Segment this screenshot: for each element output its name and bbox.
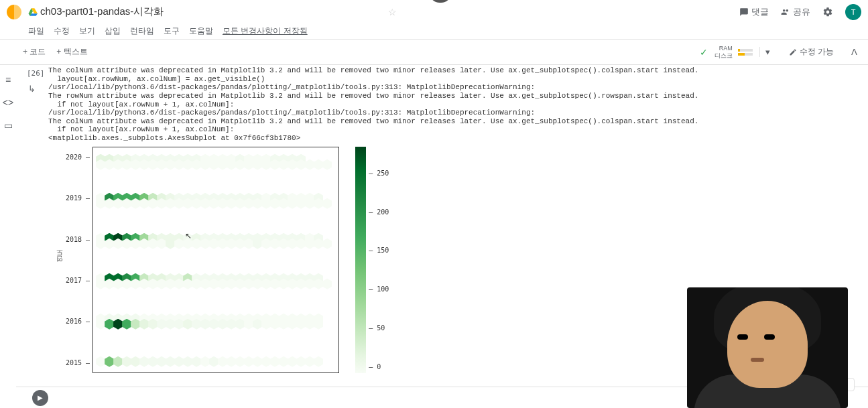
hex-bin bbox=[148, 239, 158, 249]
menu-insert[interactable]: 삽입 bbox=[105, 25, 121, 37]
cell-run-icon[interactable]: ↳ bbox=[28, 84, 36, 94]
hex-bin bbox=[279, 198, 288, 209]
run-button[interactable]: ▶ bbox=[32, 390, 48, 406]
comments-button[interactable]: 댓글 bbox=[739, 6, 769, 18]
hex-bin bbox=[244, 159, 253, 170]
collapse-toolbar[interactable]: ᐱ bbox=[847, 47, 861, 57]
hex-bin bbox=[105, 356, 114, 367]
hex-bin bbox=[209, 198, 219, 209]
hex-bin bbox=[113, 198, 123, 209]
ram-label: RAM bbox=[715, 45, 733, 52]
hex-row bbox=[96, 239, 331, 249]
hex-bin bbox=[296, 159, 306, 170]
cell-number: [26] bbox=[27, 69, 45, 78]
hex-bin bbox=[314, 159, 323, 170]
menu-bar: 파일 수정 보기 삽입 런타임 도구 도움말 모든 변경사항이 저장됨 bbox=[0, 23, 868, 40]
hex-bin bbox=[322, 198, 332, 209]
hex-bin bbox=[96, 198, 105, 209]
hex-bin bbox=[253, 279, 262, 289]
hex-bin bbox=[105, 239, 114, 249]
hex-bin bbox=[314, 239, 323, 249]
hex-bin bbox=[174, 279, 184, 289]
hex-bin bbox=[192, 279, 201, 289]
hex-bin bbox=[244, 198, 253, 209]
hex-bin bbox=[209, 319, 219, 330]
hex-bin bbox=[131, 356, 140, 367]
menu-file[interactable]: 파일 bbox=[28, 25, 44, 37]
drive-icon bbox=[28, 7, 38, 17]
hex-bin bbox=[192, 198, 201, 209]
share-button[interactable]: 공유 bbox=[781, 6, 810, 18]
hex-bin bbox=[227, 356, 236, 367]
files-icon[interactable]: ▭ bbox=[4, 120, 13, 131]
colorbar-tick: – 150 bbox=[369, 247, 389, 254]
hex-bin bbox=[209, 356, 219, 367]
hex-bin bbox=[227, 239, 236, 249]
resource-labels: RAM 디스크 bbox=[715, 45, 735, 60]
pencil-icon bbox=[789, 48, 797, 56]
hex-bin bbox=[227, 319, 236, 330]
webcam-overlay bbox=[687, 287, 848, 408]
hex-bin bbox=[314, 279, 323, 289]
hex-bin bbox=[244, 356, 253, 367]
hex-bin bbox=[235, 279, 245, 289]
add-text-button[interactable]: + 텍스트 bbox=[56, 46, 87, 58]
hex-bin bbox=[296, 319, 306, 330]
colorbar-tick: – 200 bbox=[369, 208, 389, 216]
hex-bin bbox=[305, 239, 314, 249]
notebook-title[interactable]: ch03-part01-pandas-시각화 bbox=[40, 5, 383, 18]
menu-runtime[interactable]: 런타임 bbox=[130, 25, 154, 37]
hex-bin bbox=[166, 159, 175, 170]
hex-bin bbox=[192, 159, 201, 170]
hex-bin bbox=[235, 239, 245, 249]
add-code-button[interactable]: + 코드 bbox=[23, 46, 46, 58]
menu-view[interactable]: 보기 bbox=[79, 25, 95, 37]
hex-bin bbox=[157, 319, 166, 330]
toc-icon[interactable]: ≡ bbox=[5, 74, 11, 85]
edit-mode-button[interactable]: 수정 가능 bbox=[782, 46, 841, 58]
hex-bin bbox=[253, 239, 262, 249]
hex-bin bbox=[244, 239, 253, 249]
share-label: 공유 bbox=[793, 6, 810, 18]
check-icon: ✓ bbox=[700, 47, 708, 58]
hex-bin bbox=[279, 356, 288, 367]
output-text: The colNum attribute was deprecated in M… bbox=[48, 66, 861, 143]
hex-bin bbox=[166, 356, 175, 367]
hex-bin bbox=[105, 159, 114, 170]
hex-bin bbox=[200, 356, 210, 367]
hex-bin bbox=[139, 239, 149, 249]
hex-bin bbox=[148, 159, 158, 170]
hex-bin bbox=[174, 198, 184, 209]
hex-bin bbox=[305, 319, 314, 330]
hex-bin bbox=[122, 239, 131, 249]
code-snippets-icon[interactable]: <> bbox=[3, 97, 13, 108]
resource-dropdown[interactable]: ▾ bbox=[759, 47, 776, 57]
gear-icon[interactable] bbox=[822, 7, 833, 17]
star-icon[interactable]: ☆ bbox=[388, 7, 397, 17]
menu-tools[interactable]: 도구 bbox=[164, 25, 180, 37]
hex-bin bbox=[288, 279, 297, 289]
hex-bin bbox=[296, 279, 306, 289]
resource-bars[interactable] bbox=[738, 49, 753, 56]
menu-edit[interactable]: 수정 bbox=[54, 25, 70, 37]
hex-bin bbox=[261, 239, 271, 249]
hex-bin bbox=[122, 356, 131, 367]
hex-bin bbox=[227, 279, 236, 289]
hex-bin bbox=[322, 239, 332, 249]
avatar[interactable]: T bbox=[845, 4, 861, 20]
hex-row bbox=[96, 319, 322, 330]
colorbar-ticks: – 250– 200– 150– 100– 50– 0 bbox=[366, 147, 389, 373]
colorbar-tick: – 100 bbox=[369, 285, 389, 293]
hex-bin bbox=[166, 319, 175, 330]
hex-bin bbox=[148, 319, 158, 330]
hex-bin bbox=[227, 198, 236, 209]
menu-saved-status[interactable]: 모든 변경사항이 저장됨 bbox=[223, 25, 308, 37]
hex-bin bbox=[122, 159, 131, 170]
hex-bin bbox=[166, 198, 175, 209]
y-tick: 2015 – bbox=[66, 359, 90, 366]
menu-help[interactable]: 도움말 bbox=[189, 25, 213, 37]
sidebar: ≡ <> ▭ bbox=[0, 65, 16, 408]
toolbar: + 코드 + 텍스트 ✓ RAM 디스크 ▾ 수정 가능 ᐱ bbox=[0, 40, 868, 65]
hex-bin bbox=[270, 279, 280, 289]
hex-bin bbox=[270, 198, 280, 209]
